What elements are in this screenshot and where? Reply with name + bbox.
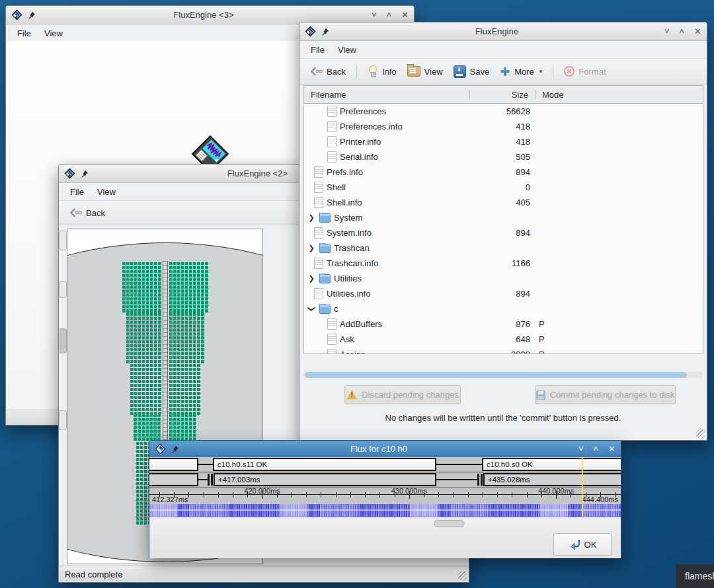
expander-icon[interactable]: ❯	[307, 213, 316, 222]
back-button[interactable]: Back	[305, 63, 350, 80]
clipped-scroll-thumb[interactable]	[60, 328, 67, 353]
clipped-button[interactable]	[60, 410, 67, 430]
close-icon[interactable]: ✕	[608, 445, 615, 453]
pin-icon[interactable]	[28, 11, 36, 19]
menu-view[interactable]: View	[91, 185, 122, 199]
expander-icon[interactable]: ❯	[307, 244, 316, 252]
timing-box[interactable]: +435.028ms	[483, 473, 621, 486]
table-row[interactable]: AddBuffers876P	[304, 316, 703, 332]
file-mode: P	[536, 319, 703, 329]
file-icon	[327, 121, 337, 132]
pin-icon[interactable]	[321, 28, 329, 36]
table-row[interactable]: ❯c	[304, 301, 703, 316]
timing-box[interactable]: +417.003ms	[214, 473, 436, 486]
file-size: 0	[470, 182, 536, 192]
table-row[interactable]: Trashcan.info1166	[304, 256, 703, 271]
menu-file[interactable]: File	[64, 185, 90, 199]
minimize-icon[interactable]: ˅	[578, 445, 584, 453]
table-row[interactable]: Serial.info505	[304, 149, 703, 165]
fluxengine-app-icon	[64, 168, 75, 179]
pin-icon[interactable]	[171, 445, 179, 453]
file-size: 648	[470, 334, 536, 344]
minimize-icon[interactable]: ˅	[372, 11, 377, 19]
axis-tick	[454, 492, 454, 497]
close-icon[interactable]: ✕	[401, 11, 409, 19]
maximize-icon[interactable]: ˄	[680, 27, 685, 36]
expander-icon[interactable]: ❯	[307, 305, 316, 314]
menu-view[interactable]: View	[332, 43, 362, 57]
folder-icon	[319, 274, 331, 283]
menu-file[interactable]: File	[305, 43, 331, 57]
ok-button[interactable]: OK	[553, 533, 612, 556]
flux-bottom-panel: OK	[149, 517, 621, 558]
column-header-size[interactable]: Size	[470, 90, 536, 100]
filename: Serial.info	[340, 152, 378, 162]
status-text: Read complete	[65, 570, 122, 579]
close-icon[interactable]: ✕	[694, 27, 701, 36]
minimize-icon[interactable]: ˅	[664, 27, 670, 36]
axis-tick-label: 420.000ms	[244, 487, 280, 495]
expander-icon[interactable]: ❯	[307, 274, 316, 283]
save-button[interactable]: Save	[449, 63, 495, 81]
table-row[interactable]: Ask648P	[304, 332, 703, 347]
table-row[interactable]: Prefs.info894	[304, 165, 703, 180]
table-row[interactable]: Shell0	[304, 180, 703, 195]
sector-block-left	[122, 261, 161, 312]
table-row[interactable]: Preferences.info418	[304, 119, 703, 134]
column-header-mode[interactable]: Mode	[536, 90, 703, 100]
table-row[interactable]: ❯Utilities	[304, 271, 703, 286]
fluxengine-app-icon	[305, 26, 316, 37]
view-button[interactable]: View	[403, 63, 448, 79]
menubar: File View	[299, 41, 707, 59]
filename: Utilities	[334, 274, 362, 283]
menu-view[interactable]: View	[38, 26, 69, 40]
titlebar[interactable]: Flux for c10 h0 ˅ ˄ ✕	[149, 441, 621, 458]
axis-tick	[350, 492, 351, 497]
more-button[interactable]: More ▾	[495, 63, 547, 79]
scrollbar-thumb[interactable]	[305, 372, 687, 378]
taskbar-item-flameshot[interactable]: flamesh	[676, 564, 714, 588]
sector-box[interactable]	[149, 458, 198, 471]
info-button[interactable]: Info	[363, 63, 401, 80]
table-row[interactable]: Utilities.info894	[304, 286, 703, 301]
pin-icon[interactable]	[81, 170, 89, 178]
marker-ibeam	[208, 474, 213, 486]
titlebar[interactable]: FluxEngine ˅ ˄ ✕	[299, 22, 707, 41]
clipped-button[interactable]	[60, 281, 67, 298]
cursor-line[interactable]	[582, 457, 583, 517]
resize-grip[interactable]	[696, 429, 705, 438]
clipped-button[interactable]	[60, 231, 67, 250]
info-icon	[368, 65, 378, 77]
table-row[interactable]: Printer.info418	[304, 134, 703, 149]
file-table[interactable]: Filename Size Mode Preferences56628Prefe…	[303, 85, 703, 354]
menu-file[interactable]: File	[11, 26, 37, 40]
maximize-icon[interactable]: ˄	[387, 11, 392, 19]
discard-changes-button[interactable]: Discard pending changes	[344, 385, 461, 404]
file-size: 405	[470, 198, 536, 207]
table-row[interactable]: ❯Trashcan	[304, 240, 703, 256]
flux-plot[interactable]: c10.h0.s11 OK c10.h0.s0 OK +417.003ms +4…	[149, 457, 621, 517]
back-button[interactable]: Back	[64, 204, 110, 221]
table-row[interactable]: Assign3008P	[304, 347, 703, 354]
maximize-icon[interactable]: ˄	[594, 445, 599, 453]
column-header-filename[interactable]: Filename	[304, 90, 470, 100]
view-label: View	[424, 67, 443, 77]
sector-box[interactable]: c10.h0.s11 OK	[213, 458, 436, 471]
horizontal-scrollbar[interactable]	[303, 372, 703, 378]
table-row[interactable]: Preferences56628	[304, 104, 703, 119]
format-button[interactable]: Format	[559, 63, 610, 79]
table-row[interactable]: System.info894	[304, 225, 703, 240]
info-label: Info	[382, 67, 397, 77]
axis-tick	[512, 492, 512, 497]
sector-box[interactable]: c10.h0.s0 OK	[482, 458, 621, 471]
sector-block-right	[169, 312, 204, 363]
timing-box[interactable]	[149, 473, 198, 486]
file-icon	[314, 288, 323, 299]
drag-handle[interactable]	[434, 520, 464, 527]
file-size: 894	[470, 167, 536, 177]
table-row[interactable]: ❯System	[304, 210, 703, 225]
flux-density-band[interactable]	[149, 504, 621, 517]
resize-grip[interactable]	[458, 571, 467, 580]
table-row[interactable]: Shell.info405	[304, 195, 703, 210]
commit-changes-button[interactable]: Commit pending changes to disk	[535, 385, 676, 404]
